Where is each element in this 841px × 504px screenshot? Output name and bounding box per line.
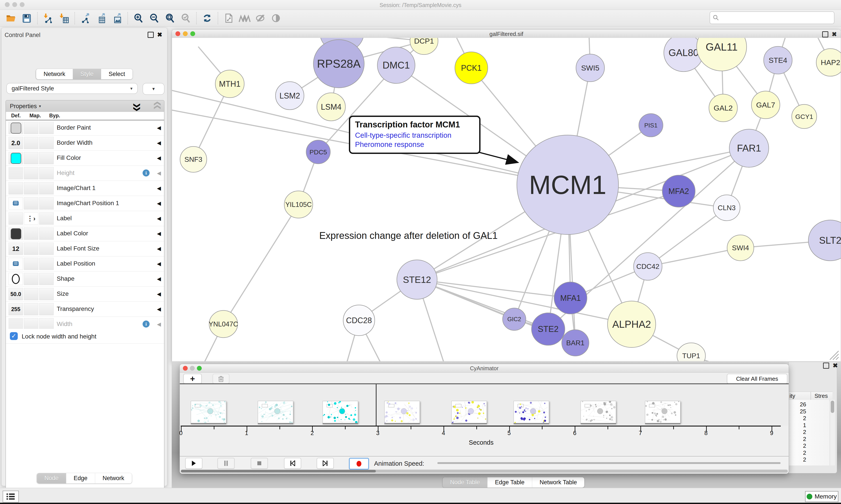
style-dropdown[interactable]: galFiltered Style ▾ bbox=[6, 83, 138, 94]
mapping-cell[interactable] bbox=[24, 152, 38, 164]
table-tab-network-table[interactable]: Network Table bbox=[532, 477, 585, 488]
network-window-titlebar[interactable]: galFiltered.sif ✖ bbox=[172, 30, 841, 38]
network-node-dcp1[interactable]: DCP1 bbox=[410, 38, 438, 55]
bypass-cell[interactable] bbox=[39, 152, 54, 164]
delete-frame-button[interactable] bbox=[213, 374, 229, 384]
expand-row-icon[interactable]: ◀ bbox=[157, 321, 161, 327]
mapping-cell[interactable] bbox=[24, 122, 38, 134]
tab-select[interactable]: Select bbox=[101, 69, 132, 79]
animation-speed-slider[interactable] bbox=[437, 462, 781, 464]
network-node-cdc42[interactable]: CDC42 bbox=[633, 253, 662, 280]
network-node-slt2[interactable]: SLT2 bbox=[808, 220, 841, 261]
network-node-mth1[interactable]: MTH1 bbox=[215, 70, 244, 98]
default-value-cell[interactable] bbox=[8, 258, 23, 270]
network-float-icon[interactable] bbox=[822, 31, 828, 37]
network-node-ste12[interactable]: STE12 bbox=[397, 260, 437, 299]
network-node-swi4[interactable]: SWI4 bbox=[727, 235, 754, 261]
bypass-cell[interactable] bbox=[39, 288, 54, 300]
network-node-gcy1[interactable]: GCY1 bbox=[792, 105, 817, 128]
network-close-icon[interactable]: ✖ bbox=[832, 32, 837, 37]
default-value-cell[interactable] bbox=[8, 182, 23, 194]
network-node-swi5[interactable]: SWI5 bbox=[576, 54, 605, 82]
lock-checkbox[interactable]: ✓ bbox=[10, 332, 18, 340]
table-cell-value[interactable]: 2 bbox=[789, 456, 806, 463]
expand-row-icon[interactable]: ◀ bbox=[157, 231, 161, 237]
bypass-cell[interactable] bbox=[39, 197, 54, 210]
table-tab-node-table[interactable]: Node Table bbox=[443, 477, 487, 488]
memory-button[interactable]: Memory bbox=[805, 491, 838, 502]
table-cell-value[interactable]: 2 bbox=[789, 443, 806, 449]
bypass-cell[interactable] bbox=[39, 242, 54, 255]
network-node-pis1[interactable]: PIS1 bbox=[639, 114, 663, 137]
network-node-gic2[interactable]: GIC2 bbox=[503, 308, 526, 330]
refresh-layout-icon[interactable] bbox=[201, 12, 214, 25]
network-node-alpha2[interactable]: ALPHA2 bbox=[608, 301, 656, 347]
task-history-button[interactable] bbox=[3, 491, 19, 502]
network-node-tup1[interactable]: TUP1 bbox=[677, 343, 705, 361]
network-node-yil105c[interactable]: YIL105C bbox=[284, 191, 313, 218]
network-node-gal11[interactable]: GAL11 bbox=[697, 38, 747, 71]
frame-thumbnail-5[interactable] bbox=[451, 401, 487, 423]
table-scrollbar-thumb[interactable] bbox=[831, 401, 834, 413]
timeline-scrollbar-thumb[interactable] bbox=[181, 470, 376, 472]
bypass-cell[interactable] bbox=[39, 303, 54, 315]
expand-row-icon[interactable]: ◀ bbox=[157, 125, 161, 131]
property-row-label[interactable]: ⋮›Label◀ bbox=[6, 211, 164, 226]
hide-graphics-icon[interactable] bbox=[254, 12, 267, 25]
network-node-pdc5[interactable]: PDC5 bbox=[306, 140, 330, 164]
mapping-cell[interactable] bbox=[24, 137, 38, 149]
property-row-label-color[interactable]: Label Color◀ bbox=[6, 226, 164, 241]
bypass-cell[interactable] bbox=[39, 122, 54, 134]
default-value-cell[interactable]: 2.0 bbox=[8, 137, 23, 149]
frame-thumbnail-4[interactable] bbox=[384, 401, 420, 423]
annotation-box[interactable]: Transcription factor MCM1 Cell-type-spec… bbox=[349, 115, 481, 154]
table-cell-value[interactable]: 25 bbox=[789, 408, 806, 415]
resize-grip-icon[interactable] bbox=[828, 349, 839, 360]
property-row-image-chart-position-1[interactable]: Image/Chart Position 1◀ bbox=[6, 196, 164, 211]
column-divider[interactable] bbox=[810, 392, 811, 400]
default-value-cell[interactable] bbox=[8, 122, 23, 134]
frame-thumbnail-8[interactable] bbox=[645, 401, 680, 423]
style-options-button[interactable]: ▾ bbox=[143, 83, 164, 95]
property-row-border-paint[interactable]: Border Paint◀ bbox=[6, 121, 164, 136]
mapping-cell[interactable] bbox=[24, 288, 38, 300]
open-session-icon[interactable] bbox=[4, 12, 18, 25]
default-value-cell[interactable] bbox=[8, 197, 23, 210]
control-panel-close-icon[interactable]: ✖ bbox=[157, 32, 162, 37]
table-cell-value[interactable]: 2 bbox=[789, 436, 806, 443]
skip-end-button[interactable] bbox=[317, 458, 334, 469]
panel-tab-edge[interactable]: Edge bbox=[66, 473, 95, 483]
table-cell-value[interactable]: 2 bbox=[789, 449, 806, 456]
export-network-icon[interactable] bbox=[79, 12, 92, 25]
network-node-gal2[interactable]: GAL2 bbox=[709, 94, 737, 122]
bypass-cell[interactable] bbox=[39, 318, 54, 330]
properties-header[interactable]: Properties ▾ ❯❯ ❯❯ bbox=[6, 101, 164, 112]
annotation-link[interactable]: Pheromone response bbox=[355, 140, 475, 149]
skip-start-button[interactable] bbox=[284, 458, 301, 469]
zoom-selected-icon[interactable] bbox=[179, 12, 192, 25]
expand-row-icon[interactable]: ◀ bbox=[157, 276, 161, 282]
bypass-cell[interactable] bbox=[39, 182, 54, 194]
network-node-gal7[interactable]: GAL7 bbox=[751, 91, 780, 119]
first-neighbors-icon[interactable] bbox=[238, 12, 251, 25]
zoom-in-icon[interactable] bbox=[132, 12, 145, 25]
frame-thumbnail-7[interactable] bbox=[580, 401, 616, 423]
expand-row-icon[interactable]: ◀ bbox=[157, 140, 161, 146]
show-graphics-icon[interactable] bbox=[269, 12, 283, 25]
table-column-stress[interactable]: Stres bbox=[815, 393, 828, 399]
mapping-cell[interactable] bbox=[24, 242, 38, 255]
bypass-cell[interactable] bbox=[39, 258, 54, 270]
table-cell-value[interactable]: 26 bbox=[789, 401, 806, 408]
table-tab-edge-table[interactable]: Edge Table bbox=[487, 477, 532, 488]
default-value-cell[interactable]: 12 bbox=[8, 242, 23, 255]
property-row-border-width[interactable]: 2.0Border Width◀ bbox=[6, 136, 164, 151]
search-input[interactable] bbox=[710, 12, 835, 24]
cyanimator-titlebar[interactable]: CyAnimator bbox=[180, 364, 789, 373]
network-node-cln3[interactable]: CLN3 bbox=[713, 195, 740, 221]
default-value-cell[interactable]: 255 bbox=[8, 303, 23, 315]
bypass-cell[interactable] bbox=[39, 137, 54, 149]
network-node-far1[interactable]: FAR1 bbox=[729, 129, 769, 167]
mapping-cell[interactable] bbox=[24, 167, 38, 179]
expand-row-icon[interactable]: ◀ bbox=[157, 200, 161, 206]
control-panel-float-icon[interactable] bbox=[148, 32, 154, 38]
